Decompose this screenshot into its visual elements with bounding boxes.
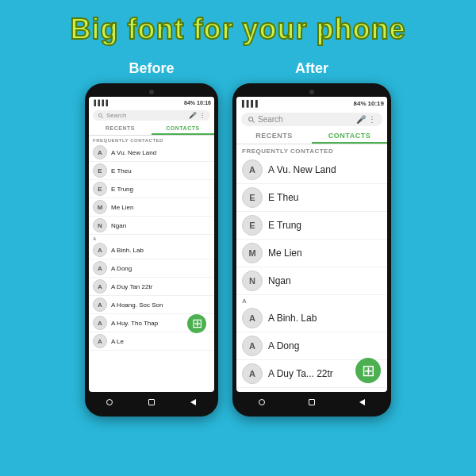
avatar: E xyxy=(242,215,263,236)
avatar: M xyxy=(93,200,107,214)
contact-name: E Theu xyxy=(111,167,132,175)
contact-name: A Dong xyxy=(268,340,299,351)
avatar: A xyxy=(242,308,263,328)
after-screen: ▐▐▐▐ 84% 10:19 Search 🎤 ⋮ xyxy=(236,97,387,392)
contact-item[interactable]: E E Trung xyxy=(236,212,387,240)
avatar: E xyxy=(242,187,263,208)
nav-back-after[interactable] xyxy=(355,396,368,409)
contact-name: E Theu xyxy=(268,192,298,203)
contact-name: A Huy. Tho Thap xyxy=(111,320,158,327)
contact-item[interactable]: A A Binh. Lab xyxy=(236,305,387,332)
bottom-bar-after xyxy=(236,392,387,410)
contact-item[interactable]: A A Hoang. Soc Son xyxy=(89,296,214,314)
search-bar-before[interactable]: Search 🎤 ⋮ xyxy=(93,110,210,121)
contact-item[interactable]: N Ngan xyxy=(89,217,214,235)
avatar: N xyxy=(242,271,263,291)
search-placeholder-before: Search xyxy=(106,112,126,119)
contact-item[interactable]: A A Dong xyxy=(236,332,387,360)
signal-icon-before: ▐▐▐▐ xyxy=(92,100,108,106)
contact-name: A Vu. New Land xyxy=(111,149,156,156)
contact-name: A Vu. New Land xyxy=(268,164,336,175)
before-screen: ▐▐▐▐ 84% 10:16 Search 🎤 ⋮ xyxy=(89,97,214,392)
battery-before: 84% xyxy=(184,100,195,106)
more-icon-before: ⋮ xyxy=(199,112,205,119)
section-freq-before: FREQUENTLY CONTACTED xyxy=(89,136,214,144)
contact-name: Ngan xyxy=(111,222,126,229)
contact-item[interactable]: M Me Lien xyxy=(89,198,214,217)
contact-item[interactable]: A A Binh. Lab xyxy=(89,241,214,259)
avatar: A xyxy=(93,279,107,294)
nav-recents-before[interactable] xyxy=(145,396,158,409)
avatar: N xyxy=(93,218,107,232)
status-bar-before: ▐▐▐▐ 84% 10:16 xyxy=(89,97,214,108)
avatar: A xyxy=(93,243,107,257)
mic-icon-before: 🎤 xyxy=(189,112,197,119)
time-after: 10:19 xyxy=(368,100,384,107)
signal-icon-after: ▐▐▐▐ xyxy=(240,100,258,107)
frequent-contacts-after: A A Vu. New Land E E Theu E E Trung M Me… xyxy=(236,156,387,295)
contact-name: E Trung xyxy=(111,186,133,193)
svg-point-2 xyxy=(249,117,253,121)
status-bar-after: ▐▐▐▐ 84% 10:19 xyxy=(236,97,387,109)
frequent-contacts-before: A A Vu. New Land E E Theu E E Trung M Me… xyxy=(89,144,214,235)
avatar: A xyxy=(242,363,263,384)
contact-item[interactable]: N Ngan xyxy=(236,267,387,295)
search-icon-after xyxy=(248,116,255,124)
contact-name: Me Lien xyxy=(268,248,302,259)
after-phone: ▐▐▐▐ 84% 10:19 Search 🎤 ⋮ xyxy=(232,83,391,416)
avatar: A xyxy=(93,334,107,348)
battery-after: 84% xyxy=(354,100,367,107)
before-phone: ▐▐▐▐ 84% 10:16 Search 🎤 ⋮ xyxy=(85,83,218,416)
bottom-bar-before xyxy=(89,392,214,410)
section-freq-after: FREQUENTLY CONTACTED xyxy=(236,144,387,156)
contact-name: E Trung xyxy=(268,220,301,231)
contact-name: A Duy Tan 22tr xyxy=(111,283,152,290)
section-a-before: A xyxy=(89,235,214,241)
contact-name: A Dong xyxy=(111,265,132,272)
contact-item[interactable]: M Me Lien xyxy=(236,240,387,267)
contact-item[interactable]: E E Theu xyxy=(89,162,214,180)
avatar: A xyxy=(242,159,263,180)
contact-item[interactable]: E E Trung xyxy=(89,180,214,198)
contact-name: Ngan xyxy=(268,275,291,286)
contact-item[interactable]: A A Vu. New Land xyxy=(236,156,387,184)
search-placeholder-after: Search xyxy=(258,115,283,124)
nav-recents-after[interactable] xyxy=(305,396,318,409)
search-icon-before xyxy=(98,113,104,119)
time-before: 10:16 xyxy=(197,100,211,106)
fab-before[interactable]: ⊞ xyxy=(187,314,206,333)
a-contacts-after: A A Binh. Lab A A Dong A A Duy Ta... 22t… xyxy=(236,305,387,388)
fab-after[interactable]: ⊞ xyxy=(355,358,381,383)
nav-home-before[interactable] xyxy=(103,396,116,409)
avatar: A xyxy=(242,336,263,356)
nav-home-after[interactable] xyxy=(255,396,268,409)
a-contacts-before: A A Binh. Lab A A Dong A A Duy Tan 22tr … xyxy=(89,241,214,351)
mic-icon-after: 🎤 xyxy=(356,115,366,124)
contact-item[interactable]: E E Theu xyxy=(236,184,387,212)
tab-contacts-before[interactable]: CONTACTS xyxy=(152,123,214,135)
after-section: After ▐▐▐▐ 84% 10:19 xyxy=(232,60,391,416)
headline: Big font for your phone xyxy=(71,13,406,46)
camera-before xyxy=(149,90,154,94)
search-bar-after[interactable]: Search 🎤 ⋮ xyxy=(241,113,382,126)
tab-recents-before[interactable]: RECENTS xyxy=(89,123,152,135)
contact-name: A Binh. Lab xyxy=(111,247,144,254)
contact-item[interactable]: A A Le xyxy=(89,332,214,351)
avatar: E xyxy=(93,182,107,196)
tabs-after: RECENTS CONTACTS xyxy=(236,129,387,144)
avatar: A xyxy=(93,145,107,159)
contact-item[interactable]: A A Dong xyxy=(89,259,214,278)
contact-item[interactable]: A A Vu. New Land xyxy=(89,144,214,162)
nav-back-before[interactable] xyxy=(187,396,200,409)
before-section: Before ▐▐▐▐ 84% 10:16 xyxy=(85,60,218,416)
camera-after xyxy=(309,90,314,94)
avatar: A xyxy=(93,261,107,275)
contact-item[interactable]: A A Duy Tan 22tr xyxy=(89,278,214,296)
tab-recents-after[interactable]: RECENTS xyxy=(236,129,312,144)
contact-name: A Binh. Lab xyxy=(268,313,317,324)
avatar: A xyxy=(93,316,107,330)
section-a-after: A xyxy=(236,295,387,305)
avatar: A xyxy=(93,298,107,312)
contact-name: A Hoang. Soc Son xyxy=(111,301,163,309)
tab-contacts-after[interactable]: CONTACTS xyxy=(312,129,387,144)
